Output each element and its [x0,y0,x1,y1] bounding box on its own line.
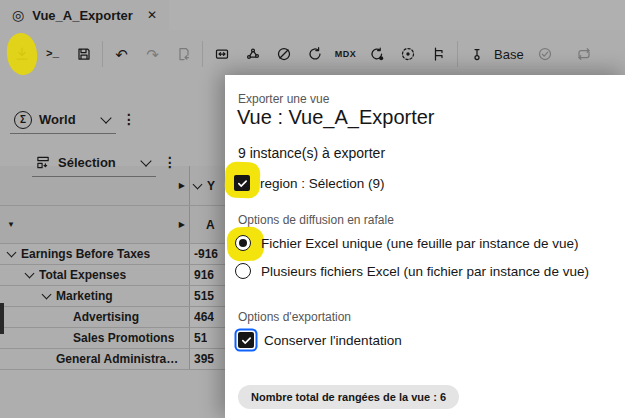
region-checkbox-row[interactable]: region : Sélection (9) [234,175,385,191]
dialog-eyebrow: Exporter une vue [238,92,329,106]
export-options-section-title: Options d'exportation [238,310,351,324]
instances-count-label: 9 instance(s) à exporter [238,145,385,161]
multi-excel-radio-row[interactable]: Plusieurs fichiers Excel (un fichier par… [235,263,589,279]
keep-indentation-label: Conserver l'indentation [264,333,402,348]
app-window: ◎ Vue_A_Exporter ✕ >_ ↶ ↷ [0,0,625,418]
checkbox-checked-focus-icon[interactable] [238,332,254,348]
single-excel-radio-label: Fichier Excel unique (une feuille par in… [261,236,578,251]
region-checkbox-label: region : Sélection (9) [260,176,385,191]
keep-indentation-checkbox-row[interactable]: Conserver l'indentation [238,332,402,348]
checkbox-checked-icon[interactable] [234,175,250,191]
row-count-badge: Nombre total de rangées de la vue : 6 [238,385,459,409]
export-view-dialog: Exporter une vue Vue : Vue_A_Exporter 9 … [225,75,625,418]
multi-excel-radio-label: Plusieurs fichiers Excel (un fichier par… [261,264,589,279]
dialog-title: Vue : Vue_A_Exporter [237,106,435,129]
single-excel-radio-row[interactable]: Fichier Excel unique (une feuille par in… [235,235,578,251]
radio-selected-icon[interactable] [235,235,251,251]
radio-unselected-icon[interactable] [235,263,251,279]
burst-options-section-title: Options de diffusion en rafale [238,213,394,227]
